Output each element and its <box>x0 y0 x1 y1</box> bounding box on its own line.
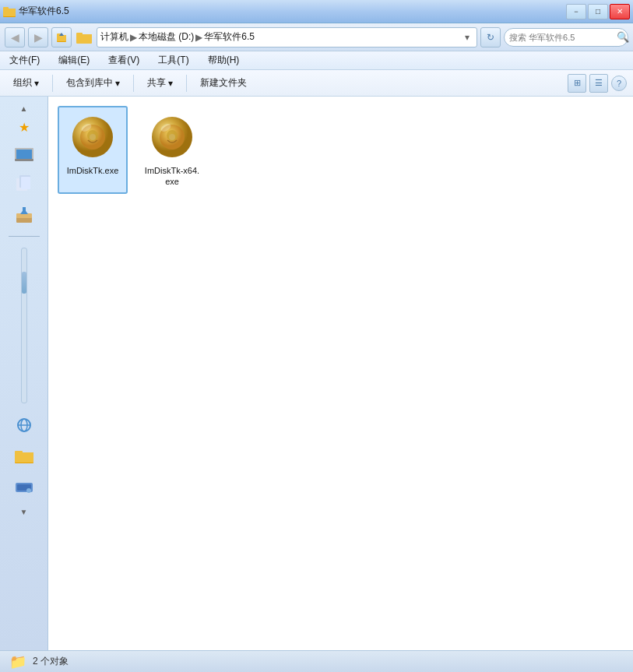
up-button[interactable] <box>51 27 72 47</box>
crumb-computer: 计算机 <box>100 30 128 44</box>
nav-folder-icon <box>75 28 93 47</box>
refresh-button[interactable]: ↻ <box>480 27 501 47</box>
file-item-imdisktk[interactable]: ImDiskTk.exe <box>58 106 128 194</box>
svg-point-41 <box>167 130 178 141</box>
include-library-button[interactable]: 包含到库中 ▾ <box>59 72 127 93</box>
sidebar-item-drive[interactable] <box>12 475 37 500</box>
file-icon-1 <box>68 112 118 162</box>
back-button[interactable]: ◀ <box>5 27 25 47</box>
status-count: 2 个对象 <box>33 655 69 668</box>
sidebar-scroll-up[interactable]: ▲ <box>19 103 30 114</box>
include-dropdown-icon: ▾ <box>115 78 120 89</box>
address-bar[interactable]: 计算机 ▶ 本地磁盘 (D:) ▶ 华军软件6.5 ▾ <box>97 27 477 47</box>
view-list-button[interactable]: ☰ <box>589 74 608 93</box>
new-folder-button[interactable]: 新建文件夹 <box>193 72 254 93</box>
status-bar: 📁 2 个对象 <box>0 650 633 672</box>
svg-point-29 <box>26 488 31 493</box>
menu-view[interactable]: 查看(V) <box>105 52 142 69</box>
menu-file[interactable]: 文件(F) <box>6 52 43 69</box>
menu-help[interactable]: 帮助(H) <box>205 52 243 69</box>
search-input[interactable] <box>509 33 617 42</box>
new-folder-label: 新建文件夹 <box>200 76 247 90</box>
organize-button[interactable]: 组织 ▾ <box>6 72 46 93</box>
forward-button[interactable]: ▶ <box>28 27 48 47</box>
nav-bar: ◀ ▶ 计算机 ▶ 本地磁盘 (D:) ▶ 华军软件6.5 ▾ ↻ 🔍 <box>0 23 633 51</box>
toolbar: 组织 ▾ 包含到库中 ▾ 共享 ▾ 新建文件夹 ⊞ ☰ ? <box>0 70 633 97</box>
svg-rect-16 <box>21 177 30 189</box>
sidebar-favorites-icon[interactable]: ★ <box>19 120 30 135</box>
sidebar-scrollbar[interactable] <box>21 248 27 403</box>
svg-rect-9 <box>76 34 92 43</box>
main-content: ▲ ★ <box>0 97 633 650</box>
organize-dropdown-icon: ▾ <box>34 78 39 89</box>
sidebar-item-2[interactable] <box>12 172 37 197</box>
sidebar-item-network[interactable] <box>12 413 37 438</box>
sidebar-divider-1 <box>9 236 40 237</box>
menu-bar: 文件(F) 编辑(E) 查看(V) 工具(T) 帮助(H) <box>0 51 633 70</box>
file-name-1: ImDiskTk.exe <box>67 165 119 176</box>
share-button[interactable]: 共享 ▾ <box>140 72 180 93</box>
minimize-button[interactable]: － <box>566 4 586 19</box>
file-icon-2 <box>147 112 197 162</box>
sidebar-item-folder-yellow[interactable] <box>12 444 37 469</box>
organize-label: 组织 <box>13 76 32 90</box>
share-dropdown-icon: ▾ <box>168 78 173 89</box>
menu-edit[interactable]: 编辑(E) <box>55 52 93 69</box>
title-bar: 华军软件6.5 － □ ✕ <box>0 0 633 23</box>
sidebar-item-downloads[interactable] <box>12 203 37 228</box>
svg-rect-12 <box>16 150 32 159</box>
toolbar-right: ⊞ ☰ ? <box>568 74 627 93</box>
file-area: ImDiskTk.exe <box>48 97 633 650</box>
title-bar-controls: － □ ✕ <box>566 4 630 19</box>
file-name-2: ImDiskTk-x64.exe <box>143 165 201 188</box>
crumb-folder: 华军软件6.5 <box>204 30 255 44</box>
include-library-label: 包含到库中 <box>66 76 113 90</box>
files-grid: ImDiskTk.exe <box>58 106 624 194</box>
crumb-drive: 本地磁盘 (D:) <box>139 30 194 44</box>
title-bar-title: 华军软件6.5 <box>19 5 69 18</box>
search-icon[interactable]: 🔍 <box>617 31 629 43</box>
share-label: 共享 <box>147 76 166 90</box>
svg-rect-20 <box>23 207 26 212</box>
sidebar-scrollbar-thumb <box>22 272 26 294</box>
toolbar-separator-3 <box>186 75 187 92</box>
svg-rect-2 <box>3 9 16 16</box>
svg-point-35 <box>87 130 98 141</box>
search-bar[interactable]: 🔍 <box>504 28 628 47</box>
maximize-button[interactable]: □ <box>588 4 608 19</box>
title-bar-icon <box>3 5 16 18</box>
close-button[interactable]: ✕ <box>610 4 630 19</box>
toolbar-separator-1 <box>52 75 53 92</box>
address-dropdown-icon[interactable]: ▾ <box>461 32 473 43</box>
sidebar-scroll-down[interactable]: ▼ <box>19 506 30 517</box>
sidebar: ▲ ★ <box>0 97 48 650</box>
svg-rect-26 <box>15 452 33 463</box>
menu-tools[interactable]: 工具(T) <box>155 52 192 69</box>
sidebar-item-1[interactable] <box>12 141 37 166</box>
svg-rect-13 <box>15 159 33 161</box>
file-item-imdisktk-x64[interactable]: ImDiskTk-x64.exe <box>137 106 207 194</box>
help-button[interactable]: ? <box>611 76 627 91</box>
address-crumbs: 计算机 ▶ 本地磁盘 (D:) ▶ 华军软件6.5 <box>100 30 458 44</box>
view-toggle-button[interactable]: ⊞ <box>568 74 586 93</box>
title-bar-left: 华军软件6.5 <box>3 5 69 18</box>
svg-rect-5 <box>57 35 66 41</box>
status-folder-icon: 📁 <box>9 653 26 670</box>
toolbar-separator-2 <box>133 75 134 92</box>
